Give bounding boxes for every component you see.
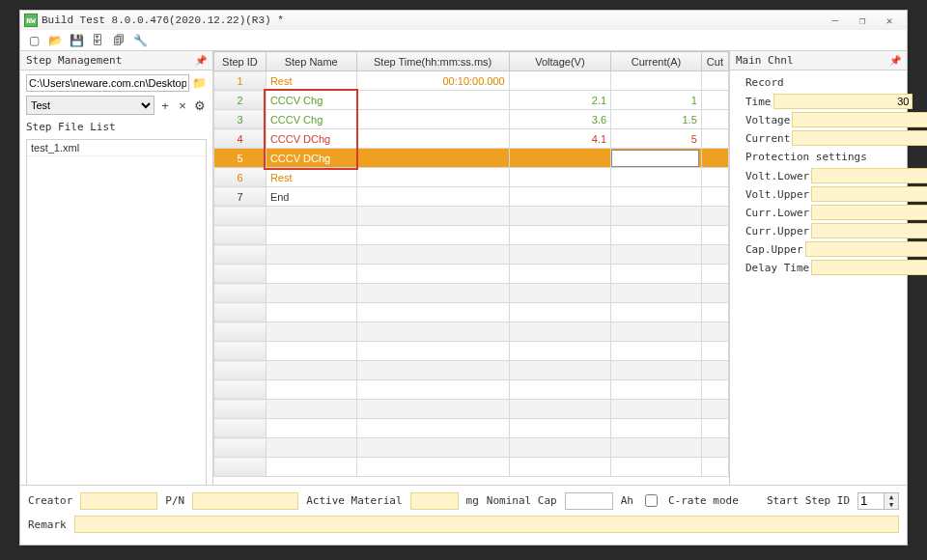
new-icon[interactable]: ▢ bbox=[26, 33, 42, 48]
crate-checkbox[interactable] bbox=[645, 494, 658, 507]
nominal-cap-input[interactable] bbox=[565, 492, 613, 510]
column-header[interactable]: Step ID bbox=[214, 52, 267, 71]
left-panel: Step Management 📌 📁 Test + × ⚙ bbox=[20, 51, 213, 545]
param-row: CurrentA bbox=[745, 130, 901, 146]
table-row bbox=[214, 361, 729, 380]
remark-input[interactable] bbox=[74, 516, 899, 533]
app-icon: NW bbox=[24, 14, 38, 27]
pin-icon[interactable]: 📌 bbox=[889, 55, 901, 66]
param-label: Curr.Upper bbox=[745, 225, 809, 238]
nominal-cap-unit: Ah bbox=[621, 494, 633, 507]
param-label: Curr.Lower bbox=[745, 207, 809, 219]
table-row bbox=[214, 226, 729, 245]
column-header[interactable]: Current(A) bbox=[611, 52, 702, 71]
table-row bbox=[214, 438, 729, 458]
copy-icon[interactable]: 🗐 bbox=[111, 33, 126, 48]
param-input[interactable] bbox=[773, 94, 913, 109]
param-row: Times bbox=[745, 94, 901, 109]
param-input[interactable] bbox=[805, 241, 927, 257]
file-item[interactable]: test_1.xml bbox=[27, 140, 206, 156]
param-label: Current bbox=[745, 132, 790, 145]
param-input[interactable] bbox=[811, 223, 927, 238]
nominal-cap-label: Nominal Cap bbox=[487, 494, 557, 507]
window-title: Build Test 8.0.0.476(2020.12.22)(R3) * bbox=[42, 14, 284, 26]
saveall-icon[interactable]: 🗄 bbox=[90, 33, 105, 48]
param-row: Cap.UpperAh bbox=[745, 241, 901, 257]
table-row bbox=[214, 342, 729, 361]
folder-icon[interactable]: 📁 bbox=[191, 75, 207, 91]
param-label: Volt.Lower bbox=[745, 170, 809, 182]
close-button[interactable]: ✕ bbox=[876, 13, 903, 28]
param-row: Curr.UpperA bbox=[745, 223, 901, 238]
add-button[interactable]: + bbox=[158, 98, 172, 112]
table-row bbox=[214, 322, 729, 342]
open-icon[interactable]: 📂 bbox=[47, 33, 63, 48]
save-icon[interactable]: 💾 bbox=[69, 33, 84, 48]
table-row bbox=[214, 284, 729, 303]
group-label: Protection settings bbox=[745, 149, 901, 165]
table-row bbox=[214, 245, 729, 265]
table-row[interactable]: 7End bbox=[214, 187, 729, 207]
param-label: Voltage bbox=[745, 114, 790, 126]
right-panel-header: Main Chnl 📌 bbox=[730, 51, 907, 70]
current-cell-input[interactable] bbox=[611, 150, 700, 167]
path-input[interactable] bbox=[26, 74, 189, 92]
param-input[interactable] bbox=[811, 260, 927, 275]
spinner-down[interactable]: ▼ bbox=[885, 501, 898, 509]
remark-label: Remark bbox=[28, 518, 67, 531]
pn-input[interactable] bbox=[192, 492, 298, 510]
column-header[interactable]: Step Time(hh:mm:ss.ms) bbox=[356, 52, 509, 71]
table-row[interactable]: 3CCCV Chg3.61.5 bbox=[214, 110, 729, 129]
table-row[interactable]: 6Rest bbox=[214, 168, 729, 187]
test-select[interactable]: Test bbox=[26, 96, 154, 115]
table-row bbox=[214, 419, 729, 438]
step-grid[interactable]: Step IDStep NameStep Time(hh:mm:ss.ms)Vo… bbox=[213, 51, 729, 477]
spinner-up[interactable]: ▲ bbox=[885, 493, 898, 501]
param-row: Volt.UpperV bbox=[745, 186, 901, 202]
param-input[interactable] bbox=[792, 130, 927, 146]
param-input[interactable] bbox=[811, 205, 927, 220]
column-header[interactable]: Step Name bbox=[266, 52, 356, 71]
table-row bbox=[214, 207, 729, 226]
remove-button[interactable]: × bbox=[176, 98, 189, 112]
param-row: Delay Times bbox=[745, 260, 901, 275]
param-input[interactable] bbox=[792, 112, 927, 127]
param-label: Volt.Upper bbox=[745, 188, 809, 201]
maximize-button[interactable]: ❐ bbox=[849, 13, 876, 28]
column-header[interactable]: Cut bbox=[701, 52, 728, 71]
table-row[interactable]: 2CCCV Chg2.11 bbox=[214, 91, 729, 110]
param-row: Volt.LowerV bbox=[745, 168, 901, 183]
minimize-button[interactable]: — bbox=[822, 13, 849, 28]
right-panel-title: Main Chnl bbox=[736, 54, 794, 67]
column-header[interactable]: Voltage(V) bbox=[509, 52, 610, 71]
param-unit: s bbox=[914, 96, 920, 107]
table-row bbox=[214, 303, 729, 322]
file-list-label: Step File List bbox=[26, 119, 207, 135]
table-row bbox=[214, 380, 729, 400]
gear-icon[interactable]: ⚙ bbox=[193, 98, 207, 112]
table-row bbox=[214, 400, 729, 419]
active-material-input[interactable] bbox=[410, 492, 459, 510]
param-label: Time bbox=[745, 96, 772, 108]
param-input[interactable] bbox=[811, 168, 927, 183]
param-label: Delay Time bbox=[745, 262, 809, 274]
right-panel: Main Chnl 📌 RecordTimesVoltageVCurrentAP… bbox=[729, 51, 907, 545]
crate-label: C-rate mode bbox=[668, 494, 739, 507]
start-step-id-input[interactable] bbox=[857, 492, 885, 510]
param-row: Curr.LowerA bbox=[745, 205, 901, 220]
wrench-icon[interactable]: 🔧 bbox=[132, 33, 148, 48]
step-grid-area: Step IDStep NameStep Time(hh:mm:ss.ms)Vo… bbox=[213, 51, 729, 545]
start-step-id-spinner[interactable]: ▲▼ bbox=[857, 492, 899, 510]
pn-label: P/N bbox=[165, 494, 184, 507]
bottom-form: Creator P/N Active Material mg Nominal C… bbox=[20, 485, 907, 545]
creator-label: Creator bbox=[28, 494, 72, 507]
table-row[interactable]: 1Rest00:10:00.000 bbox=[214, 71, 729, 91]
titlebar: NW Build Test 8.0.0.476(2020.12.22)(R3) … bbox=[20, 11, 907, 30]
param-input[interactable] bbox=[811, 186, 927, 202]
left-panel-header: Step Management 📌 bbox=[20, 51, 212, 70]
creator-input[interactable] bbox=[80, 492, 157, 510]
pin-icon[interactable]: 📌 bbox=[195, 55, 207, 66]
table-row[interactable]: 4CCCV DChg4.15 bbox=[214, 129, 729, 149]
toolbar: ▢ 📂 💾 🗄 🗐 🔧 bbox=[20, 30, 907, 51]
file-list[interactable]: test_1.xml bbox=[26, 139, 207, 525]
